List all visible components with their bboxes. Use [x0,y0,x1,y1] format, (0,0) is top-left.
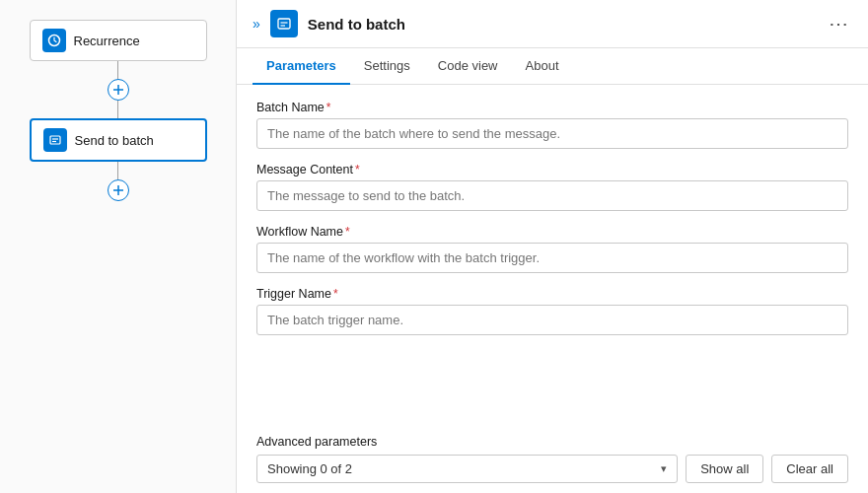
message-content-group: Message Content * [256,163,848,211]
show-all-button[interactable]: Show all [686,455,763,483]
panel-header-icon [270,10,298,37]
bottom-section: Advanced parameters Showing 0 of 2 ▾ Sho… [237,435,868,493]
recurrence-icon [42,29,66,52]
tab-about[interactable]: About [512,48,573,85]
panel-title: Send to batch [308,16,815,33]
trigger-name-input[interactable] [256,305,848,335]
connector-2 [108,162,129,201]
tab-parameters[interactable]: Parameters [253,48,350,85]
trigger-name-required: * [333,287,338,301]
message-content-input[interactable] [256,180,848,211]
workflow-name-label: Workflow Name * [256,225,848,239]
svg-rect-3 [50,136,60,144]
connector-line-3 [117,162,118,179]
svg-rect-8 [278,19,290,29]
batch-name-label: Batch Name * [256,101,848,114]
trigger-name-label: Trigger Name * [256,287,848,301]
left-panel: Recurrence Send to batch [0,0,237,493]
send-to-batch-icon [43,128,67,152]
trigger-name-group: Trigger Name * [256,287,848,335]
connector-1 [108,61,129,118]
message-content-label: Message Content * [256,163,848,176]
more-options-button[interactable]: ⋯ [825,12,852,35]
add-after-button[interactable] [108,179,129,201]
collapse-chevron[interactable]: » [253,16,260,32]
advanced-parameters-label: Advanced parameters [256,435,848,449]
right-panel: » Send to batch ⋯ Parameters Settings Co… [237,0,868,493]
batch-name-required: * [326,101,331,114]
tabs-bar: Parameters Settings Code view About [237,48,868,85]
connector-line-1 [117,61,118,79]
workflow-name-input[interactable] [256,243,848,273]
workflow-name-required: * [345,225,350,239]
tab-settings[interactable]: Settings [350,48,424,85]
connector-line-2 [117,101,118,118]
panel-header: » Send to batch ⋯ [237,0,868,48]
recurrence-node[interactable]: Recurrence [30,20,207,61]
tab-code-view[interactable]: Code view [424,48,512,85]
send-to-batch-label: Send to batch [75,133,154,148]
clear-all-button[interactable]: Clear all [771,455,848,483]
add-between-button[interactable] [108,79,129,101]
recurrence-label: Recurrence [74,34,140,48]
showing-dropdown[interactable]: Showing 0 of 2 ▾ [256,455,678,483]
send-to-batch-node[interactable]: Send to batch [30,118,207,162]
showing-text: Showing 0 of 2 [267,461,352,476]
bottom-controls: Showing 0 of 2 ▾ Show all Clear all [256,455,848,483]
batch-name-input[interactable] [256,118,848,149]
dropdown-chevron-icon: ▾ [661,462,667,475]
form-area: Batch Name * Message Content * Workflow … [237,85,868,435]
batch-name-group: Batch Name * [256,101,848,149]
workflow-name-group: Workflow Name * [256,225,848,273]
message-content-required: * [355,163,360,176]
